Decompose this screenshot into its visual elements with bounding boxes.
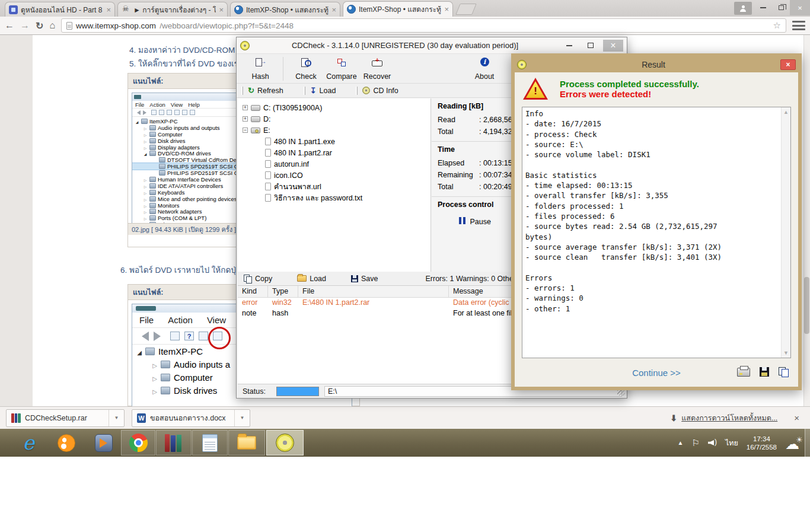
scroll-down-icon[interactable]: ▼	[783, 350, 789, 356]
chrome-icon	[129, 434, 148, 452]
scroll-up-icon[interactable]: ▲	[783, 109, 789, 115]
profile-button[interactable]	[734, 2, 752, 15]
taskbar-gom-player-button[interactable]	[50, 430, 83, 455]
taskbar-chrome-button[interactable]	[121, 430, 155, 455]
taskbar-winrar-button[interactable]	[156, 430, 192, 455]
refresh-button[interactable]: ↻Refresh	[248, 86, 283, 95]
browser-tab[interactable]: ดูหนังออนไลน์ HD - Part 8 ×	[5, 2, 115, 17]
result-scrollbar[interactable]: ▲ ▼	[781, 107, 790, 358]
drive-row[interactable]: + D:	[238, 113, 430, 125]
device-icon	[149, 183, 156, 189]
device-icon	[149, 196, 156, 202]
hash-icon	[255, 58, 266, 67]
file-icon	[265, 149, 271, 157]
home-button[interactable]: ⌂	[49, 20, 55, 31]
result-close-button[interactable]: ×	[780, 59, 796, 70]
action-center-flag-icon[interactable]: ⚐	[692, 438, 700, 448]
weather-icon[interactable]: ☀☁	[785, 435, 803, 451]
taskbar-cdcheck-button[interactable]	[266, 430, 304, 455]
device-icon	[149, 209, 156, 214]
download-filename: ขอสอบนอกตาราง.docx	[150, 412, 234, 424]
show-all-downloads-link[interactable]: ⬇ แสดงการดาวน์โหลดทั้งหมด...	[671, 412, 778, 424]
bookmark-star-icon[interactable]: ☆	[773, 20, 781, 31]
taskbar-clock[interactable]: 17:34 16/7/2558	[747, 435, 777, 451]
scrollbar-thumb[interactable]	[804, 277, 809, 334]
file-row[interactable]: icon.ICO	[238, 170, 430, 181]
devmgr-menu-item: Action	[149, 101, 165, 108]
copy-icon[interactable]	[779, 367, 789, 377]
browser-minimize-button[interactable]	[754, 0, 772, 15]
result-log-text[interactable]: Info - date: 16/7/2015 - process: Check …	[522, 107, 791, 358]
cell-type: hash	[268, 308, 298, 319]
load-errors-button[interactable]: Load	[297, 275, 326, 283]
browser-close-button[interactable]: ×	[790, 0, 810, 15]
download-item[interactable]: CDCheckSetup.rar ▼	[6, 409, 125, 427]
forward-button[interactable]: →	[20, 20, 30, 31]
device-icon	[161, 387, 170, 394]
file-row[interactable]: วิธีการลง และ password.txt	[238, 192, 430, 203]
clock-time: 17:34	[747, 435, 777, 443]
cdcheck-close-button[interactable]: ×	[603, 40, 623, 52]
download-bar-close-icon[interactable]: ×	[794, 413, 799, 423]
page-scrollbar[interactable]	[803, 35, 810, 406]
download-filename: CDCheckSetup.rar	[25, 414, 109, 422]
print-icon[interactable]	[737, 368, 750, 377]
hash-button[interactable]: Hash	[243, 56, 278, 82]
about-button[interactable]: iAbout	[467, 56, 502, 82]
back-button[interactable]: ←	[5, 20, 14, 31]
reload-button[interactable]: ↻	[36, 20, 43, 31]
cd-info-button[interactable]: CD Info	[362, 87, 398, 95]
cd-info-icon	[362, 87, 370, 94]
download-dropdown-icon[interactable]: ▼	[234, 410, 250, 426]
cdcheck-minimize-button[interactable]	[560, 40, 578, 52]
winrar-icon	[165, 434, 183, 452]
language-indicator[interactable]: ไทย	[725, 437, 738, 449]
browser-tab[interactable]: ItemXP-Shop • แสดงกระทู้ - ×	[343, 1, 453, 17]
browser-tab[interactable]: ItemXP-Shop • แสดงกระทู้ - ×	[230, 2, 340, 17]
save-icon[interactable]	[760, 367, 769, 377]
url-bar[interactable]: www.itemxp-shop.com /webboard/viewtopic.…	[61, 18, 786, 33]
load-button[interactable]: ↧Load	[310, 86, 336, 95]
taskbar-notepad-button[interactable]	[192, 430, 228, 455]
forum-text-step5: 5. ให้คลิ๊กขวาที่ไดร์ DVD ของเรา เลื	[129, 57, 253, 70]
file-row[interactable]: 480 IN 1.part2.rar	[238, 147, 430, 158]
browser-restore-button[interactable]	[772, 0, 790, 15]
cdcheck-maximize-button[interactable]	[582, 40, 599, 52]
taskbar-ie-button[interactable]: e	[12, 430, 45, 455]
file-row[interactable]: autorun.inf	[238, 158, 430, 170]
compare-button[interactable]: Compare	[324, 56, 359, 82]
recover-button[interactable]: Recover	[359, 56, 395, 82]
save-errors-button[interactable]: Save	[351, 275, 378, 283]
file-row[interactable]: คำนวนพาส.url	[238, 181, 430, 192]
tab-close-icon[interactable]: ×	[219, 6, 224, 14]
taskbar-explorer-button[interactable]	[228, 430, 265, 455]
file-icon	[265, 183, 271, 190]
copy-button[interactable]: Copy	[244, 275, 272, 283]
cell-kind: error	[238, 298, 268, 308]
check-button[interactable]: Check	[288, 56, 324, 82]
tab-close-icon[interactable]: ×	[106, 6, 111, 14]
column-header[interactable]: Kind	[238, 286, 268, 297]
hidden-icons-arrow-icon[interactable]: ▲	[678, 439, 684, 446]
download-item[interactable]: W ขอสอบนอกตาราง.docx ▼	[132, 409, 250, 427]
expand-box-icon[interactable]: −	[243, 128, 248, 133]
cdcheck-titlebar[interactable]: CDCheck - 3.1.14.0 [UNREGISTERED (30 day…	[237, 37, 627, 54]
taskbar-media-player-button[interactable]	[88, 430, 120, 455]
tab-close-icon[interactable]: ×	[331, 6, 336, 14]
drive-row[interactable]: − E:	[238, 125, 430, 136]
result-titlebar[interactable]: Result ×	[515, 57, 798, 72]
drive-label: E:	[263, 126, 270, 135]
drive-row[interactable]: + C: (TI30951900A)	[238, 102, 430, 113]
expand-box-icon[interactable]: +	[243, 116, 248, 122]
browser-tab[interactable]: ► การ์ตูนจากเรื่องต่างๆ - โมเ ×	[117, 2, 228, 17]
volume-icon[interactable]	[708, 439, 717, 447]
browser-menu-button[interactable]	[792, 21, 805, 30]
tab-close-icon[interactable]: ×	[444, 5, 449, 13]
show-desktop-button[interactable]	[805, 429, 810, 457]
warning-triangle-icon: !	[523, 78, 548, 100]
column-header[interactable]: File	[298, 286, 449, 297]
expand-box-icon[interactable]: +	[243, 105, 248, 110]
file-row[interactable]: 480 IN 1.part1.exe	[238, 136, 430, 147]
column-header[interactable]: Type	[268, 286, 298, 297]
download-dropdown-icon[interactable]: ▼	[109, 410, 124, 426]
